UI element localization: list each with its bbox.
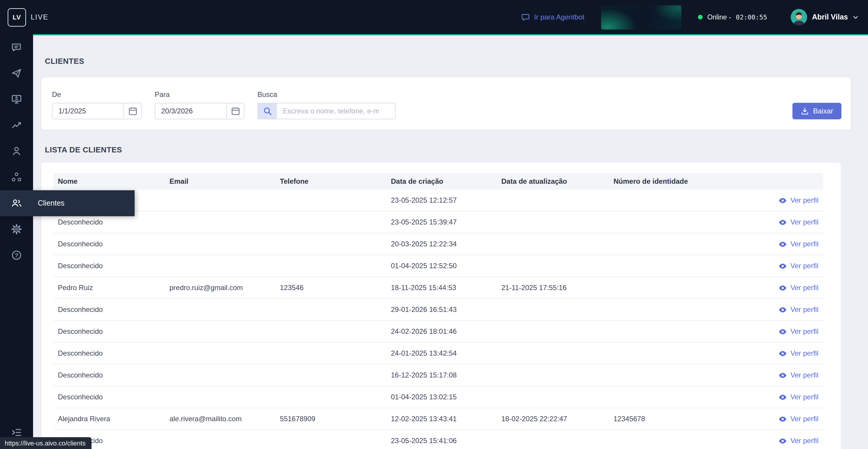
chat-bubble-icon xyxy=(522,13,530,21)
table-row: Desconhecido 23-05-2025 12:12:57 Ver per… xyxy=(53,190,823,211)
column-numero-identidade: Número de identidade xyxy=(609,177,758,185)
view-profile-link[interactable]: Ver perfil xyxy=(778,262,818,270)
search-icon xyxy=(258,103,277,119)
cell-telefone: 551678909 xyxy=(275,415,386,423)
view-profile-link[interactable]: Ver perfil xyxy=(778,349,818,357)
person-icon xyxy=(11,145,23,157)
eye-icon xyxy=(778,371,787,379)
date-from-input[interactable] xyxy=(53,103,123,119)
date-from-calendar-button[interactable] xyxy=(123,103,141,119)
agentbot-link[interactable]: Ir para Agentbot xyxy=(522,13,585,21)
collapse-sidebar-icon xyxy=(11,426,23,438)
view-profile-link[interactable]: Ver perfil xyxy=(778,218,818,226)
column-data-criacao: Data de criação xyxy=(386,177,497,185)
view-profile-label: Ver perfil xyxy=(790,327,818,335)
screen-icon xyxy=(11,93,23,105)
eye-icon xyxy=(778,437,787,445)
eye-icon xyxy=(778,393,787,401)
cell-numero-identidade: 12345678 xyxy=(609,415,758,423)
sidebar-item-channels[interactable] xyxy=(0,164,33,190)
view-profile-link[interactable]: Ver perfil xyxy=(778,415,818,423)
sidebar-item-send[interactable] xyxy=(0,60,33,86)
brand-area: LV LIVE xyxy=(8,8,49,26)
sidebar-item-settings[interactable] xyxy=(0,216,33,242)
app-root: LV LIVE Ir para Agentbot Online - 02:00:… xyxy=(0,0,868,449)
sidebar-item-metrics[interactable] xyxy=(0,112,33,138)
view-profile-label: Ver perfil xyxy=(790,393,818,401)
table-row: Desconhecido 24-02-2026 18:01:46 Ver per… xyxy=(53,321,823,343)
users-icon xyxy=(0,197,33,209)
line-chart-icon xyxy=(11,119,23,131)
cell-data-criacao: 18-11-2025 15:44:53 xyxy=(386,283,497,292)
view-profile-link[interactable]: Ver perfil xyxy=(778,240,818,248)
filters-card: De Para xyxy=(41,78,851,130)
clients-table-card: Nome Email Telefone Data de criação Data… xyxy=(41,162,841,449)
download-label: Baixar xyxy=(813,107,833,115)
view-profile-label: Ver perfil xyxy=(790,262,818,270)
eye-icon xyxy=(778,306,787,313)
cell-nome: Desconhecido xyxy=(53,240,165,248)
date-from-label: De xyxy=(52,90,142,99)
view-profile-link[interactable]: Ver perfil xyxy=(778,196,818,204)
eye-icon xyxy=(778,262,787,270)
download-button[interactable]: Baixar xyxy=(793,103,841,119)
view-profile-link[interactable]: Ver perfil xyxy=(778,305,818,314)
table-row: Desconhecido 20-03-2025 12:22:34 Ver per… xyxy=(53,233,823,255)
clients-flyout: Clientes xyxy=(0,190,135,216)
help-icon: ? xyxy=(11,249,23,261)
sidebar-item-screen[interactable] xyxy=(0,86,33,112)
link-preview-url: https://live-us.aivo.co/clients xyxy=(5,440,86,447)
table-row: Desconhecido 01-04-2025 13:02:15 Ver per… xyxy=(53,386,823,408)
sidebar-item-conversations[interactable] xyxy=(0,34,33,60)
list-title: LISTA DE CLIENTES xyxy=(45,145,851,154)
download-icon xyxy=(801,107,809,115)
view-profile-link[interactable]: Ver perfil xyxy=(778,283,818,292)
cell-nome: Desconhecido xyxy=(53,262,165,270)
view-profile-link[interactable]: Ver perfil xyxy=(778,393,818,401)
main-content: CLIENTES De Para xyxy=(33,35,868,449)
accent-line xyxy=(33,34,868,35)
online-dot-icon xyxy=(698,15,703,20)
view-profile-link[interactable]: Ver perfil xyxy=(778,437,818,445)
calendar-icon xyxy=(230,106,240,116)
clients-flyout-label: Clientes xyxy=(38,199,64,207)
table-row: Desconhecido 16-12-2025 15:17:08 Ver per… xyxy=(53,364,823,386)
view-profile-label: Ver perfil xyxy=(790,196,818,204)
cell-data-criacao: 29-01-2026 16:51:43 xyxy=(386,305,497,314)
cell-data-criacao: 23-05-2025 15:41:06 xyxy=(386,437,497,445)
table-row: Desconhecido 01-04-2025 12:52:50 Ver per… xyxy=(53,255,823,277)
view-profile-link[interactable]: Ver perfil xyxy=(778,327,818,335)
column-nome: Nome xyxy=(53,177,165,185)
date-to-input[interactable] xyxy=(155,103,226,119)
eye-icon xyxy=(778,328,787,335)
sidebar-item-help[interactable]: ? xyxy=(0,242,33,268)
search-group: Busca xyxy=(257,90,396,119)
view-profile-link[interactable]: Ver perfil xyxy=(778,371,818,379)
eye-icon xyxy=(778,350,787,357)
view-profile-label: Ver perfil xyxy=(790,371,818,379)
date-to-calendar-button[interactable] xyxy=(226,103,244,119)
promo-banner[interactable] xyxy=(601,5,681,29)
sidebar-item-clients[interactable]: Clientes xyxy=(0,190,33,216)
link-preview-statusbar: https://live-us.aivo.co/clients xyxy=(0,437,92,449)
cell-data-criacao: 01-04-2025 13:02:15 xyxy=(386,393,497,401)
column-data-atualizacao: Data de atualização xyxy=(497,177,609,185)
cell-email: predro.ruiz@gmail.com xyxy=(165,283,275,292)
online-status[interactable]: Online - 02:00:55 xyxy=(698,13,767,21)
table-row: Alejandra Rivera ale.rivera@mailito.com … xyxy=(53,408,823,430)
live-logo[interactable]: LV xyxy=(8,8,26,26)
table-row: Desconhecido 24-01-2025 13:42:54 Ver per… xyxy=(53,343,823,364)
view-profile-label: Ver perfil xyxy=(790,305,818,314)
search-input[interactable] xyxy=(277,103,395,119)
avatar xyxy=(790,9,807,25)
user-menu[interactable]: Abril Vilas xyxy=(790,9,859,25)
column-telefone: Telefone xyxy=(275,177,386,185)
cell-email: ale.rivera@mailito.com xyxy=(165,415,275,423)
topbar: LV LIVE Ir para Agentbot Online - 02:00:… xyxy=(0,0,868,34)
view-profile-label: Ver perfil xyxy=(790,283,818,292)
sidebar-item-contacts[interactable] xyxy=(0,138,33,164)
channels-icon xyxy=(11,171,23,183)
eye-icon xyxy=(778,218,787,226)
view-profile-label: Ver perfil xyxy=(790,415,818,423)
eye-icon xyxy=(778,415,787,423)
